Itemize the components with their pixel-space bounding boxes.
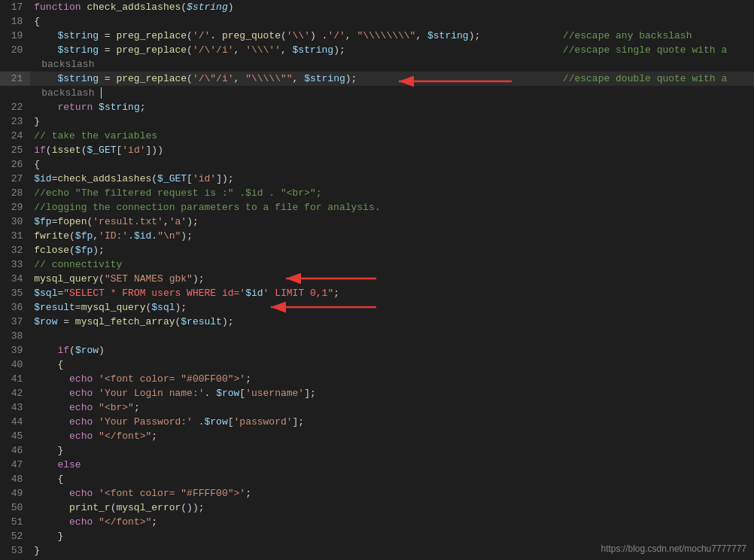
line-row: 39 if($row) [0,343,754,358]
line-number: 40 [0,358,30,372]
line-row: 51 echo "</font>"; [0,515,754,529]
line-number: 25 [0,143,30,157]
line-content: { [30,14,548,29]
line-content: $id=check_addslashes($_GET['id']); [30,172,548,186]
line-number: 44 [0,415,30,429]
line-number: 22 [0,100,30,114]
line-content: print_r(mysql_error()); [30,501,548,515]
line-row: 33 // connectivity [0,257,754,272]
line-number: 31 [0,229,30,243]
line-number: 23 [0,114,30,129]
line-content: if(isset($_GET['id'])) [30,143,548,157]
line-number: 50 [0,501,30,515]
watermark: https://blog.csdn.net/mochu7777777 [601,543,746,554]
line-number: 33 [0,257,30,272]
line-number: 27 [0,172,30,186]
line-row: 48 { [0,472,754,486]
line-content: mysql_query("SET NAMES gbk"); [30,272,548,286]
line-content: backslash [30,57,548,72]
line-content: fclose($fp); [30,243,548,257]
line-comment [548,343,754,358]
line-comment [548,100,754,114]
line-number: 47 [0,458,30,472]
line-row: 29 //logging the connection parameters t… [0,200,754,215]
line-content: $row = mysql_fetch_array($result); [30,315,548,329]
line-row: 43 echo "<br>"; [0,400,754,415]
line-number: 21 [0,72,30,86]
line-number: 41 [0,372,30,386]
line-row: 19 $string = preg_replace('/'. preg_quot… [0,29,754,43]
line-content: echo "<br>"; [30,400,548,415]
line-number: 26 [0,157,30,172]
line-content: return $string; [30,100,548,114]
line-row: 18 { [0,14,754,29]
line-comment [548,186,754,200]
line-comment: //escape double quote with a [548,72,754,86]
line-comment [548,415,754,429]
line-row: 23 } [0,114,754,129]
line-number: 36 [0,300,30,315]
line-comment [548,286,754,300]
line-content: { [30,358,548,372]
line-number: 49 [0,486,30,501]
line-number: 48 [0,472,30,486]
line-row: 24 // take the variables [0,129,754,143]
line-content: } [30,543,548,558]
line-content: echo '<font color= "#00FF00">'; [30,372,548,386]
line-row: 44 echo 'Your Password:' .$row['password… [0,415,754,429]
line-comment [548,14,754,29]
line-row: 26 { [0,157,754,172]
line-comment [548,243,754,257]
line-row: 35 $sql="SELECT * FROM users WHERE id='$… [0,286,754,300]
line-number: 39 [0,343,30,358]
line-number: 53 [0,543,30,558]
line-content: $sql="SELECT * FROM users WHERE id='$id'… [30,286,548,300]
line-row: 21 $string = preg_replace('/\"/i', "\\\\… [0,72,754,86]
line-comment [548,429,754,443]
line-content [30,329,548,343]
line-comment [548,257,754,272]
line-number: 37 [0,315,30,329]
line-comment [548,386,754,400]
line-number: 35 [0,286,30,300]
line-number: 34 [0,272,30,286]
line-number: 51 [0,515,30,529]
line-comment [548,215,754,229]
line-row: 28 //echo "The filtered request is :" .$… [0,186,754,200]
line-content: echo 'Your Password:' .$row['password']; [30,415,548,429]
line-content: $fp=fopen('result.txt','a'); [30,215,548,229]
line-row: 31 fwrite($fp,'ID:'.$id."\n"); [0,229,754,243]
line-number: 43 [0,400,30,415]
line-number: 28 [0,186,30,200]
line-row: 34 mysql_query("SET NAMES gbk"); [0,272,754,286]
line-row: 27 $id=check_addslashes($_GET['id']); [0,172,754,186]
line-number: 30 [0,215,30,229]
line-content: $string = preg_replace('/'. preg_quote('… [30,29,548,43]
line-row: backslash [0,86,754,100]
line-number: 24 [0,129,30,143]
line-comment [548,458,754,472]
line-content: backslash [30,86,548,100]
line-row: 46 } [0,443,754,458]
line-comment [548,57,754,72]
line-content: $string = preg_replace('/\"/i', "\\\\\""… [30,72,548,86]
line-comment [548,400,754,415]
line-content: //echo "The filtered request is :" .$id … [30,186,548,200]
line-row: 47 else [0,458,754,472]
line-number: 38 [0,329,30,343]
line-comment [548,501,754,515]
line-comment [548,315,754,329]
line-content: } [30,529,548,543]
line-row: 52 } [0,529,754,543]
line-row: 50 print_r(mysql_error()); [0,501,754,515]
line-content: //logging the connection parameters to a… [30,200,548,215]
line-comment [548,172,754,186]
line-row: 37 $row = mysql_fetch_array($result); [0,315,754,329]
line-content: } [30,443,548,458]
line-content: else [30,458,548,472]
line-row: 40 { [0,358,754,372]
line-content: fwrite($fp,'ID:'.$id."\n"); [30,229,548,243]
line-comment [548,86,754,100]
line-number: 46 [0,443,30,458]
line-comment [548,272,754,286]
